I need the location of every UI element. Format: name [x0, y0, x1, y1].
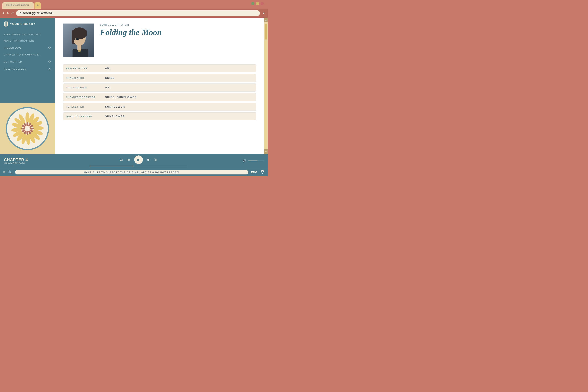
manga-header: SUNFLOWER PATCH Folding the Moon: [63, 24, 256, 57]
address-input[interactable]: [16, 10, 260, 16]
shuffle-button[interactable]: ⇄: [120, 158, 123, 162]
credit-role: TYPESETTER: [63, 103, 102, 111]
search-button[interactable]: 🔍: [8, 170, 12, 174]
credit-name: SUNFLOWER: [102, 103, 256, 111]
prev-button[interactable]: ⏮: [127, 158, 130, 162]
volume-slider[interactable]: [248, 160, 264, 161]
credit-row: QUALITY CHECKER SUNFLOWER: [63, 112, 256, 120]
progress-fill: [90, 166, 134, 166]
nav-back-button[interactable]: <: [2, 11, 4, 15]
notice-bar: MAKE SURE TO SUPPORT THE ORIGINAL ARTIST…: [15, 170, 248, 174]
volume-icon: 🔊: [242, 159, 246, 163]
tab-add-button[interactable]: +: [34, 2, 41, 8]
credit-name: SUNFLOWER: [102, 112, 256, 120]
menu-button[interactable]: ≡: [3, 170, 5, 174]
next-button[interactable]: ⏭: [147, 158, 150, 162]
svg-point-19: [30, 128, 34, 130]
credits-table: RAW PROVIDER AKI TRANSLATOR SKIES PROOFR…: [63, 63, 256, 122]
chapter-info: CHAPTER 4 MANGADEX/BATO: [4, 158, 35, 164]
scrollbar[interactable]: ▲ ▼: [264, 18, 268, 154]
flower-circle: [6, 107, 49, 150]
content-area: SUNFLOWER PATCH Folding the Moon RAW PRO…: [55, 18, 264, 154]
sidebar: YOUR LIBRARY STAR DREAM IDOL PROJECT MOR…: [0, 18, 55, 154]
win-max-button[interactable]: [251, 2, 254, 5]
tab-bar: SUNFLOWER PATCH +: [0, 0, 268, 8]
win-close-button[interactable]: [261, 2, 264, 5]
nav-forward-button[interactable]: >: [7, 11, 9, 15]
credit-name: NAT: [102, 84, 256, 92]
library-title: YOUR LIBRARY: [10, 22, 36, 26]
volume-area: 🔊: [242, 159, 264, 163]
sidebar-item[interactable]: MORE THAN BROTHERS: [0, 38, 55, 44]
credit-row: RAW PROVIDER AKI: [63, 64, 256, 72]
manga-title: Folding the Moon: [100, 28, 256, 37]
win-min-button[interactable]: [256, 2, 259, 5]
sidebar-item[interactable]: GET MARRIED ✿: [0, 58, 55, 66]
window-controls: [251, 2, 264, 5]
sidebar-item[interactable]: CARP WITH A THOUSAND E...: [0, 52, 55, 58]
main-area: YOUR LIBRARY STAR DREAM IDOL PROJECT MOR…: [0, 18, 268, 154]
library-header: YOUR LIBRARY: [0, 18, 55, 30]
bookmark-button[interactable]: ★: [262, 11, 266, 15]
controls-row: ⇄ ⏮ ▶ ⏭ ↻: [120, 156, 157, 164]
credit-name: SKIES: [102, 74, 256, 82]
svg-point-16: [26, 122, 28, 126]
credit-row: CLEANER/REDRAWER SKIES, SUNFLOWER: [63, 93, 256, 101]
bottom-toolbar: ≡ 🔍 MAKE SURE TO SUPPORT THE ORIGINAL AR…: [0, 168, 268, 176]
wifi-icon: [260, 170, 264, 175]
play-button[interactable]: ▶: [134, 156, 143, 164]
svg-point-25: [21, 128, 25, 130]
scroll-down-button[interactable]: ▼: [264, 149, 268, 154]
credit-name: SKIES, SUNFLOWER: [102, 93, 256, 101]
scroll-up-button[interactable]: ▲: [264, 18, 268, 22]
credit-role: QUALITY CHECKER: [63, 112, 102, 120]
sidebar-list: STAR DREAM IDOL PROJECT MORE THAN BROTHE…: [0, 30, 55, 103]
reload-button[interactable]: ↺: [11, 11, 14, 15]
flower-icon: ✿: [48, 60, 51, 64]
progress-bar[interactable]: [90, 166, 188, 166]
manga-cover: [63, 24, 94, 57]
manga-info: SUNFLOWER PATCH Folding the Moon: [100, 24, 256, 37]
credit-role: PROOFREADER: [63, 84, 102, 92]
scroll-thumb[interactable]: [265, 24, 267, 40]
svg-point-35: [77, 38, 78, 40]
character-art-svg: [63, 24, 94, 57]
library-icon: [4, 21, 8, 27]
volume-fill: [248, 160, 258, 161]
svg-point-36: [74, 40, 78, 43]
sidebar-item[interactable]: DEAR DREAMERS ✿: [0, 66, 55, 73]
language-button[interactable]: ENG: [251, 171, 258, 174]
svg-point-22: [26, 131, 28, 135]
credit-role: TRANSLATOR: [63, 74, 102, 82]
player-bar: CHAPTER 4 MANGADEX/BATO ⇄ ⏮ ▶ ⏭ ↻ 🔊: [0, 154, 268, 168]
flower-icon: ✿: [48, 46, 51, 50]
sidebar-item[interactable]: STAR DREAM IDOL PROJECT: [0, 31, 55, 38]
credit-name: AKI: [102, 64, 256, 72]
credit-role: CLEANER/REDRAWER: [63, 93, 102, 101]
credit-row: TYPESETTER SUNFLOWER: [63, 103, 256, 111]
sidebar-item[interactable]: HIDDEN LOVE ✿: [0, 44, 55, 52]
credit-row: TRANSLATOR SKIES: [63, 74, 256, 82]
series-name: SUNFLOWER PATCH: [100, 24, 256, 26]
sunflower-svg: [10, 111, 45, 146]
chapter-number: CHAPTER 4: [4, 158, 35, 162]
svg-rect-38: [78, 45, 81, 50]
tab-label: SUNFLOWER PATCH: [6, 4, 29, 7]
credit-row: PROOFREADER NAT: [63, 84, 256, 92]
sidebar-logo: [0, 103, 55, 154]
repeat-button[interactable]: ↻: [154, 158, 157, 162]
tab-active[interactable]: SUNFLOWER PATCH: [2, 2, 34, 8]
flower-icon: ✿: [48, 68, 51, 71]
address-bar-row: < > ↺ ★: [0, 8, 268, 18]
credit-role: RAW PROVIDER: [63, 64, 102, 72]
chapter-source: MANGADEX/BATO: [4, 162, 35, 164]
player-controls: ⇄ ⏮ ▶ ⏭ ↻: [39, 156, 238, 166]
